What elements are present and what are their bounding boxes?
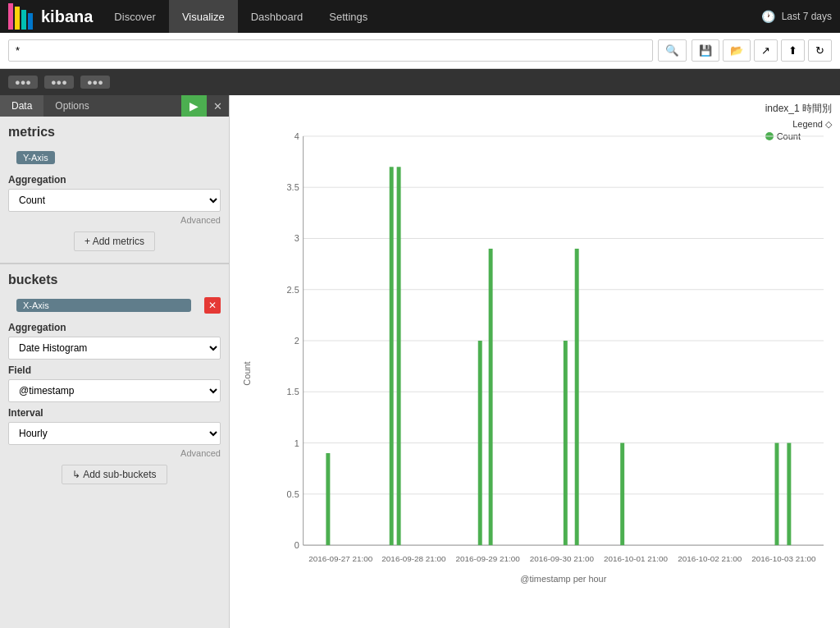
svg-text:2016-09-28 21:00: 2016-09-28 21:00 xyxy=(381,554,446,563)
nav-links: Discover Visualize Dashboard Settings xyxy=(101,0,381,33)
svg-text:2016-10-03 21:00: 2016-10-03 21:00 xyxy=(751,554,816,563)
panel-tabs: Data Options ▶ ✕ xyxy=(0,95,229,117)
share-button[interactable]: ↗ xyxy=(754,39,778,62)
svg-text:1: 1 xyxy=(294,438,299,448)
y-axis-label: Count xyxy=(242,361,252,385)
tab-data[interactable]: Data xyxy=(0,95,43,117)
buckets-title: buckets xyxy=(0,264,229,292)
metrics-title: metrics xyxy=(0,117,229,144)
kibana-logo-icon xyxy=(8,3,36,30)
nav-visualize[interactable]: Visualize xyxy=(169,0,238,33)
search-input[interactable] xyxy=(8,39,653,62)
svg-text:0: 0 xyxy=(294,540,299,550)
svg-rect-29 xyxy=(564,341,568,545)
add-metrics-button[interactable]: + Add metrics xyxy=(74,231,155,251)
svg-text:2.5: 2.5 xyxy=(287,285,299,295)
tab-options[interactable]: Options xyxy=(43,95,100,117)
kibana-logo: kibana xyxy=(0,0,101,33)
svg-text:3.5: 3.5 xyxy=(287,182,299,192)
search-button[interactable]: 🔍 xyxy=(658,39,687,62)
aggregation-label-buckets: Aggregation xyxy=(0,319,229,335)
svg-rect-3 xyxy=(28,13,33,30)
svg-rect-31 xyxy=(620,443,624,546)
sub-header: ●●● ●●● ●●● xyxy=(0,69,840,95)
field-select[interactable]: @timestamp xyxy=(8,379,221,402)
remove-x-axis-button[interactable]: ✕ xyxy=(204,297,221,314)
nav-discover[interactable]: Discover xyxy=(101,0,169,33)
top-navigation: kibana Discover Visualize Dashboard Sett… xyxy=(0,0,840,33)
time-range[interactable]: Last 7 days xyxy=(782,11,832,22)
refresh-button[interactable]: ↻ xyxy=(808,39,832,62)
svg-rect-24 xyxy=(326,453,330,545)
svg-text:1.5: 1.5 xyxy=(287,387,299,397)
advanced-link-buckets[interactable]: Advanced xyxy=(0,447,229,460)
svg-rect-2 xyxy=(21,10,26,30)
interval-select[interactable]: Auto Hourly Daily Weekly Monthly Yearly xyxy=(8,422,221,445)
svg-text:3: 3 xyxy=(294,233,299,243)
svg-text:0.5: 0.5 xyxy=(287,489,299,499)
sub-header-pill-1[interactable]: ●●● xyxy=(8,76,38,89)
x-axis-badge: X-Axis xyxy=(16,299,191,312)
left-panel: Data Options ▶ ✕ metrics Y-Axis Aggregat… xyxy=(0,95,230,628)
save-button[interactable]: 💾 xyxy=(692,39,719,62)
metrics-section: metrics Y-Axis Aggregation Count Average… xyxy=(0,117,229,256)
clock-icon: 🕐 xyxy=(761,10,775,23)
svg-rect-1 xyxy=(15,7,20,30)
aggregation-select-buckets[interactable]: Date Histogram Terms Filters Range xyxy=(8,337,221,360)
panel-close-button[interactable]: ✕ xyxy=(207,96,229,117)
run-button[interactable]: ▶ xyxy=(181,95,207,117)
sub-header-pill-2[interactable]: ●●● xyxy=(44,76,74,89)
add-sub-buckets-button[interactable]: ↳ Add sub-buckets xyxy=(62,465,167,484)
advanced-link-metrics[interactable]: Advanced xyxy=(0,213,229,227)
svg-text:2016-10-01 21:00: 2016-10-01 21:00 xyxy=(604,554,669,563)
svg-rect-30 xyxy=(575,249,579,545)
svg-text:@timestamp per hour: @timestamp per hour xyxy=(520,574,606,584)
buckets-section: buckets X-Axis ✕ Aggregation Date Histog… xyxy=(0,264,229,489)
export-button[interactable]: ⬆ xyxy=(781,39,805,62)
search-bar: 🔍 💾 📂 ↗ ⬆ ↻ xyxy=(0,33,840,69)
svg-text:2016-09-27 21:00: 2016-09-27 21:00 xyxy=(308,554,373,563)
right-panel: index_1 時間別 Legend ◇ Count Count xyxy=(230,95,840,628)
svg-text:4: 4 xyxy=(294,131,299,141)
svg-rect-25 xyxy=(390,167,394,545)
y-axis-badge: Y-Axis xyxy=(16,151,55,164)
field-label: Field xyxy=(0,361,229,378)
svg-text:2016-10-02 21:00: 2016-10-02 21:00 xyxy=(678,554,742,563)
interval-label: Interval xyxy=(0,404,229,420)
aggregation-label-metrics: Aggregation xyxy=(0,171,229,187)
svg-rect-26 xyxy=(397,167,401,545)
svg-text:2: 2 xyxy=(294,336,299,346)
toolbar-icons: 💾 📂 ↗ ⬆ ↻ xyxy=(692,39,832,62)
main-layout: Data Options ▶ ✕ metrics Y-Axis Aggregat… xyxy=(0,95,840,628)
nav-settings[interactable]: Settings xyxy=(316,0,381,33)
svg-text:2016-09-29 21:00: 2016-09-29 21:00 xyxy=(456,554,521,563)
open-button[interactable]: 📂 xyxy=(723,39,751,62)
chart-svg: 0 0.5 1 1.5 2 2.5 3 3.5 4 xyxy=(271,120,824,594)
sub-header-pill-3[interactable]: ●●● xyxy=(80,76,110,89)
kibana-text: kibana xyxy=(41,7,93,26)
svg-rect-0 xyxy=(8,3,13,30)
nav-right: 🕐 Last 7 days xyxy=(761,10,840,23)
chart-area: Count 0 0.5 1 1.5 xyxy=(230,103,840,628)
svg-rect-28 xyxy=(489,249,493,545)
nav-dashboard[interactable]: Dashboard xyxy=(238,0,317,33)
svg-rect-27 xyxy=(478,341,482,545)
svg-text:2016-09-30 21:00: 2016-09-30 21:00 xyxy=(530,554,595,563)
aggregation-select-metrics[interactable]: Count Average Sum Min Max xyxy=(8,189,221,212)
svg-rect-33 xyxy=(787,443,791,546)
svg-rect-32 xyxy=(775,443,779,546)
